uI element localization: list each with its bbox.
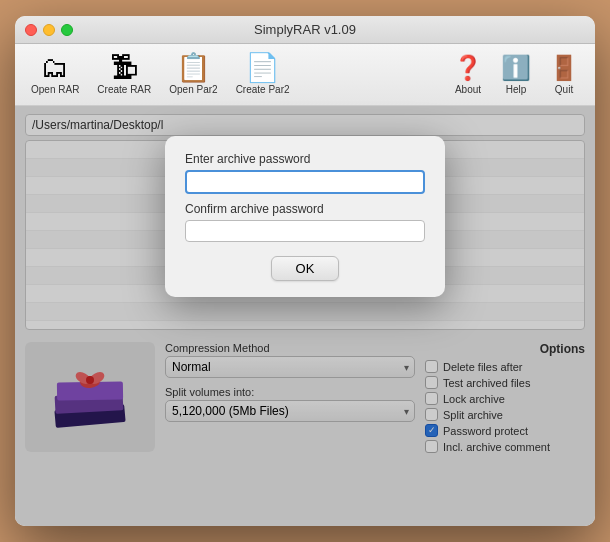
toolbar: 🗂 Open RAR 🗜 Create RAR 📋 Open Par2 📄 Cr… xyxy=(15,44,595,106)
quit-label: Quit xyxy=(555,84,573,95)
toolbar-open-par2[interactable]: 📋 Open Par2 xyxy=(163,50,223,99)
create-rar-icon: 🗜 xyxy=(110,54,138,82)
open-par2-icon: 📋 xyxy=(176,54,211,82)
modal-overlay: Enter archive password Confirm archive p… xyxy=(15,106,595,526)
open-rar-label: Open RAR xyxy=(31,84,79,95)
password-field2-input[interactable] xyxy=(185,220,425,242)
titlebar: SimplyRAR v1.09 xyxy=(15,16,595,44)
open-par2-label: Open Par2 xyxy=(169,84,217,95)
toolbar-quit[interactable]: 🚪 Quit xyxy=(543,50,585,99)
about-label: About xyxy=(455,84,481,95)
toolbar-about[interactable]: ❓ About xyxy=(447,50,489,99)
toolbar-create-par2[interactable]: 📄 Create Par2 xyxy=(230,50,296,99)
toolbar-create-rar[interactable]: 🗜 Create RAR xyxy=(91,50,157,99)
main-content: /Users/martina/Desktop/l xyxy=(15,106,595,526)
close-button[interactable] xyxy=(25,24,37,36)
about-icon: ❓ xyxy=(453,54,483,82)
app-window: SimplyRAR v1.09 🗂 Open RAR 🗜 Create RAR … xyxy=(15,16,595,526)
quit-icon: 🚪 xyxy=(549,54,579,82)
toolbar-open-rar[interactable]: 🗂 Open RAR xyxy=(25,50,85,99)
create-rar-label: Create RAR xyxy=(97,84,151,95)
toolbar-help[interactable]: ℹ️ Help xyxy=(495,50,537,99)
password-field1-label: Enter archive password xyxy=(185,152,425,166)
help-label: Help xyxy=(506,84,527,95)
maximize-button[interactable] xyxy=(61,24,73,36)
traffic-lights xyxy=(25,24,73,36)
modal-ok-button[interactable]: OK xyxy=(271,256,340,281)
password-field1-input[interactable] xyxy=(185,170,425,194)
password-dialog: Enter archive password Confirm archive p… xyxy=(165,136,445,297)
help-icon: ℹ️ xyxy=(501,54,531,82)
minimize-button[interactable] xyxy=(43,24,55,36)
window-title: SimplyRAR v1.09 xyxy=(254,22,356,37)
modal-ok-row: OK xyxy=(185,256,425,281)
create-par2-icon: 📄 xyxy=(245,54,280,82)
password-field2-label: Confirm archive password xyxy=(185,202,425,216)
create-par2-label: Create Par2 xyxy=(236,84,290,95)
open-rar-icon: 🗂 xyxy=(41,54,69,82)
